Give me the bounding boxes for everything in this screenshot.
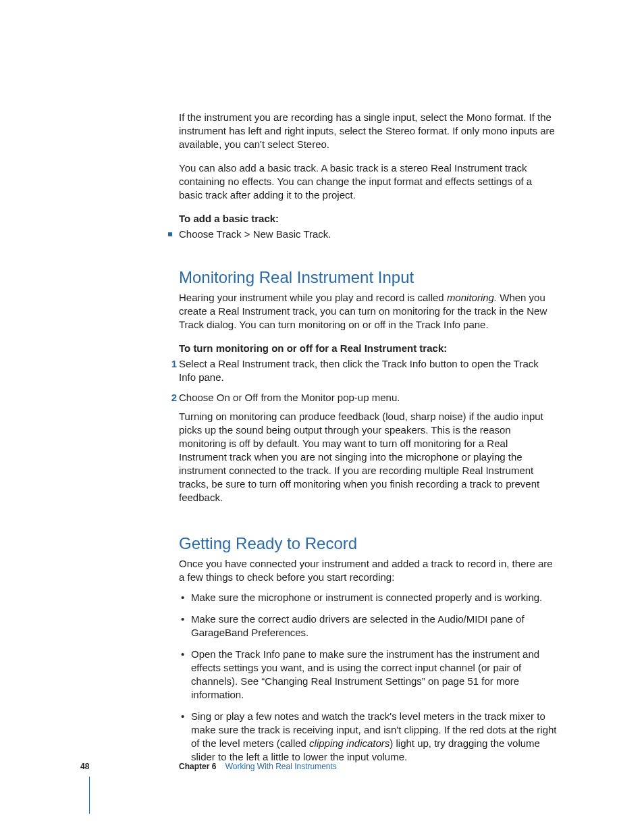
chapter-label: Chapter 6 Working With Real Instruments [179, 762, 337, 771]
paragraph: Hearing your instrument while you play a… [179, 291, 557, 332]
italic-term: monitoring. [447, 292, 497, 303]
list-item: Select a Real Instrument track, then cli… [179, 357, 557, 384]
list-item: Sing or play a few notes and watch the t… [179, 710, 557, 764]
disc-bullet-list: Make sure the microphone or instrument i… [179, 591, 557, 764]
chapter-number: Chapter 6 [179, 762, 216, 771]
text-run: Choose On or Off from the Monitor pop-up… [179, 392, 400, 403]
page-footer: 48 Chapter 6 Working With Real Instrumen… [0, 762, 644, 796]
text-run: Hearing your instrument while you play a… [179, 292, 447, 303]
paragraph: You can also add a basic track. A basic … [179, 161, 557, 202]
task-lead: To turn monitoring on or off for a Real … [179, 342, 557, 355]
list-item: Make sure the microphone or instrument i… [179, 591, 557, 604]
paragraph: Turning on monitoring can produce feedba… [179, 410, 557, 504]
chapter-title: Working With Real Instruments [225, 762, 337, 771]
page-number: 48 [80, 762, 89, 771]
list-item: Choose Track > New Basic Track. [179, 228, 557, 241]
list-item: Open the Track Info pane to make sure th… [179, 648, 557, 702]
paragraph: Once you have connected your instrument … [179, 557, 557, 584]
section-heading-getting-ready: Getting Ready to Record [179, 534, 557, 553]
square-bullet-list: Choose Track > New Basic Track. [179, 228, 557, 241]
content-column: If the instrument you are recording has … [179, 111, 557, 772]
list-item: Make sure the correct audio drivers are … [179, 613, 557, 640]
footer-rule [89, 777, 90, 814]
paragraph: If the instrument you are recording has … [179, 111, 557, 151]
numbered-list: Select a Real Instrument track, then cli… [179, 357, 557, 504]
document-page: If the instrument you are recording has … [0, 0, 644, 834]
section-heading-monitoring: Monitoring Real Instrument Input [179, 268, 557, 287]
task-lead: To add a basic track: [179, 212, 557, 226]
italic-term: clipping indicators [309, 737, 390, 749]
list-item: Choose On or Off from the Monitor pop-up… [179, 391, 557, 504]
